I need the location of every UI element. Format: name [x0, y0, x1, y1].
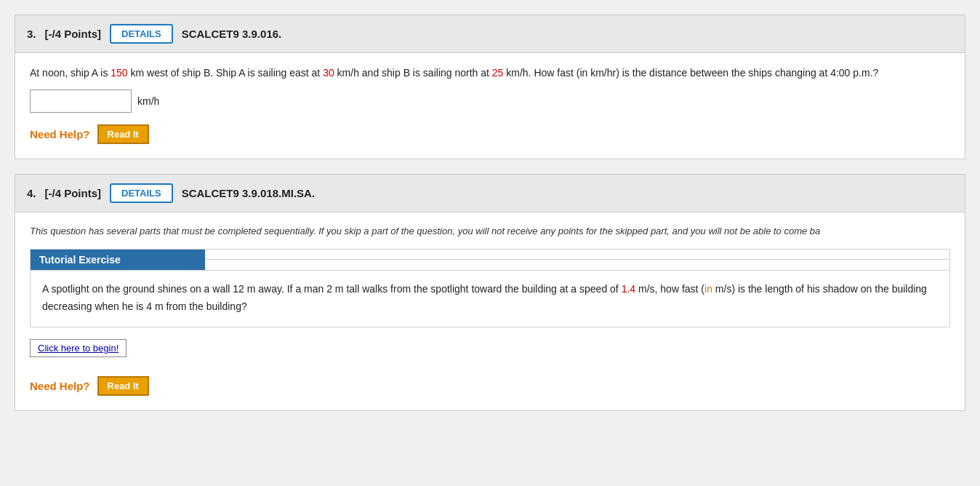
tutorial-text-2: m/s, how fast ( — [635, 283, 704, 295]
q3-text-1: At noon, ship A is — [30, 67, 111, 79]
question-3-header: 3. [-/4 Points] DETAILS SCALCET9 3.9.016… — [15, 15, 965, 53]
question-3-unit: km/h — [137, 95, 159, 107]
click-begin-row: Click here to begin! — [30, 339, 950, 367]
question-4-number: 4. — [27, 187, 36, 199]
q3-value-150: 150 — [111, 67, 127, 79]
question-4-italic-note: This question has several parts that mus… — [30, 224, 950, 239]
tutorial-body: A spotlight on the ground shines on a wa… — [31, 271, 949, 327]
tutorial-header-line: Tutorial Exercise — [31, 250, 949, 271]
question-3-answer-input[interactable] — [30, 89, 132, 113]
q3-text-2: km west of ship B. Ship A is sailing eas… — [128, 67, 323, 79]
question-3-answer-row: km/h — [30, 89, 950, 113]
question-4-points: [-/4 Points] — [45, 187, 102, 199]
tutorial-text-1: A spotlight on the ground shines on a wa… — [42, 283, 622, 295]
question-4-read-it-button[interactable]: Read It — [97, 376, 149, 396]
question-3-text: At noon, ship A is 150 km west of ship B… — [30, 65, 950, 81]
question-3-read-it-button[interactable]: Read It — [97, 124, 149, 144]
question-4-header: 4. [-/4 Points] DETAILS SCALCET9 3.9.018… — [15, 175, 965, 212]
tutorial-in: in — [704, 283, 712, 295]
tutorial-header: Tutorial Exercise — [31, 250, 205, 270]
question-4-source: SCALCET9 3.9.018.MI.SA. — [182, 187, 315, 199]
question-4-details-button[interactable]: DETAILS — [110, 183, 173, 203]
q3-value-25: 25 — [492, 67, 504, 79]
question-4-need-help-label: Need Help? — [30, 380, 90, 392]
tutorial-value-1.4: 1.4 — [622, 283, 635, 295]
q3-value-30: 30 — [323, 67, 334, 79]
question-3-need-help-row: Need Help? Read It — [30, 124, 950, 144]
question-4-block: 4. [-/4 Points] DETAILS SCALCET9 3.9.018… — [15, 174, 965, 411]
question-3-number: 3. — [27, 28, 36, 40]
question-3-body: At noon, ship A is 150 km west of ship B… — [15, 53, 965, 159]
q3-text-4: km/h. How fast (in km/hr) is the distanc… — [503, 67, 878, 79]
question-3-need-help-label: Need Help? — [30, 128, 90, 140]
q3-text-3: km/h and ship B is sailing north at — [334, 67, 492, 79]
question-4-body: This question has several parts that mus… — [15, 212, 965, 410]
question-3-source: SCALCET9 3.9.016. — [182, 28, 282, 40]
question-3-details-button[interactable]: DETAILS — [110, 24, 173, 44]
page-container: 3. [-/4 Points] DETAILS SCALCET9 3.9.016… — [0, 0, 980, 486]
tutorial-box: Tutorial Exercise A spotlight on the gro… — [30, 249, 950, 328]
click-here-to-begin-button[interactable]: Click here to begin! — [30, 339, 126, 357]
tutorial-divider — [205, 259, 949, 260]
question-3-points: [-/4 Points] — [45, 28, 102, 40]
question-4-need-help-row: Need Help? Read It — [30, 376, 950, 396]
question-3-block: 3. [-/4 Points] DETAILS SCALCET9 3.9.016… — [15, 15, 965, 159]
tutorial-text: A spotlight on the ground shines on a wa… — [42, 281, 938, 316]
